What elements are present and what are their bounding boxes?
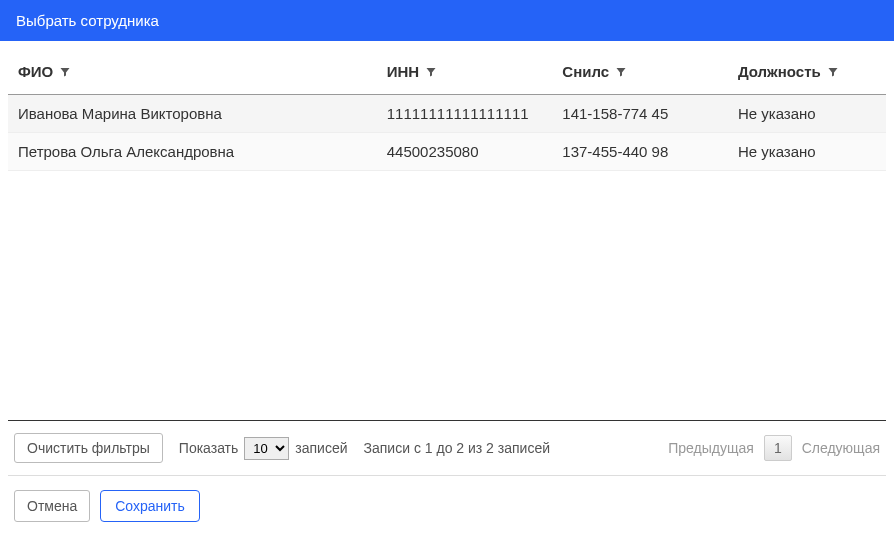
page-length-control: Показать 10 записей	[179, 437, 348, 460]
employee-table: ФИО ИНН Снилс	[8, 49, 886, 171]
clear-filters-button[interactable]: Очистить фильтры	[14, 433, 163, 463]
records-info: Записи с 1 до 2 из 2 записей	[364, 440, 550, 456]
column-label: Должность	[738, 63, 821, 80]
filter-icon[interactable]	[827, 66, 839, 78]
page-number-button[interactable]: 1	[764, 435, 792, 461]
modal-header: Выбрать сотрудника	[0, 0, 894, 41]
column-label: ИНН	[387, 63, 419, 80]
cell-snils: 137-455-440 98	[552, 133, 728, 171]
cell-snils: 141-158-774 45	[552, 95, 728, 133]
table-footer: Очистить фильтры Показать 10 записей Зап…	[8, 420, 886, 475]
next-page-button[interactable]: Следующая	[802, 440, 880, 456]
table-row[interactable]: Иванова Марина Викторовна 11111111111111…	[8, 95, 886, 133]
prev-page-button[interactable]: Предыдущая	[668, 440, 754, 456]
cell-position: Не указано	[728, 95, 886, 133]
filter-icon[interactable]	[59, 66, 71, 78]
filter-icon[interactable]	[615, 66, 627, 78]
save-button[interactable]: Сохранить	[100, 490, 200, 522]
length-label-prefix: Показать	[179, 440, 239, 456]
column-label: ФИО	[18, 63, 53, 80]
column-header-position[interactable]: Должность	[728, 49, 886, 95]
table-row[interactable]: Петрова Ольга Александровна 44500235080 …	[8, 133, 886, 171]
pagination: Предыдущая 1 Следующая	[668, 435, 880, 461]
cell-position: Не указано	[728, 133, 886, 171]
content-area: ФИО ИНН Снилс	[0, 49, 894, 171]
cell-inn: 44500235080	[377, 133, 553, 171]
length-label-suffix: записей	[295, 440, 347, 456]
column-label: Снилс	[562, 63, 609, 80]
filter-icon[interactable]	[425, 66, 437, 78]
page-length-select[interactable]: 10	[244, 437, 289, 460]
column-header-snils[interactable]: Снилс	[552, 49, 728, 95]
modal-title: Выбрать сотрудника	[16, 12, 159, 29]
cell-inn: 11111111111111111	[377, 95, 553, 133]
cancel-button[interactable]: Отмена	[14, 490, 90, 522]
column-header-inn[interactable]: ИНН	[377, 49, 553, 95]
column-header-fio[interactable]: ФИО	[8, 49, 377, 95]
cell-fio: Петрова Ольга Александровна	[8, 133, 377, 171]
cell-fio: Иванова Марина Викторовна	[8, 95, 377, 133]
dialog-footer: Отмена Сохранить	[8, 475, 886, 538]
